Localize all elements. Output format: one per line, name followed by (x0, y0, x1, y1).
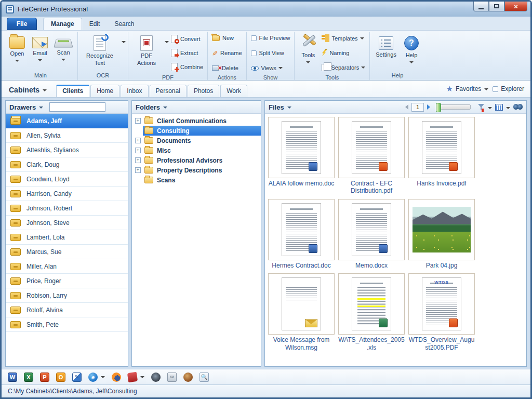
firefox-icon[interactable] (112, 373, 121, 382)
drawer-item[interactable]: Price, Roger (6, 274, 128, 288)
file-thumbnail[interactable]: WTDS (408, 273, 475, 335)
file-item[interactable]: WTDS WTDS_Overview_August2005.PDF (408, 273, 475, 351)
tab-edit[interactable]: Edit (82, 18, 108, 30)
folder-item[interactable]: + Consulting (135, 126, 261, 136)
delete-button[interactable]: Delete (212, 65, 242, 71)
drawer-search-input[interactable] (49, 102, 105, 112)
drawer-item[interactable]: Adams, Jeff (6, 114, 128, 128)
cabinet-tab[interactable]: Inbox (121, 85, 148, 97)
new-button[interactable]: New (212, 35, 242, 41)
cabinet-tab[interactable]: Home (90, 85, 119, 97)
folder-item[interactable]: + Client Communications (135, 116, 261, 126)
naming-button[interactable]: Naming (322, 49, 365, 56)
cabinet-tab[interactable]: Work (220, 85, 247, 97)
folder-item[interactable]: + Documents (135, 136, 261, 145)
acrobat-icon[interactable] (127, 371, 138, 382)
file-item[interactable]: WATS_Attendees_2005.xls (338, 273, 405, 351)
tools-button[interactable]: Tools (297, 33, 320, 63)
recognize-text-button[interactable]: Recognize Text (80, 33, 119, 67)
expand-plus-icon[interactable]: + (135, 157, 141, 163)
tab-file[interactable]: File (7, 18, 37, 30)
acrobat-dropdown-icon[interactable] (140, 376, 144, 378)
email-dropdown-icon[interactable] (38, 59, 42, 61)
expand-plus-icon[interactable]: + (135, 118, 141, 124)
open-button[interactable]: Open (6, 33, 29, 62)
favorites-dropdown-icon[interactable] (484, 88, 488, 90)
previous-page-icon[interactable] (405, 104, 408, 110)
cabinet-tab[interactable]: Personal (150, 85, 187, 97)
drawer-item[interactable]: Lambert, Lola (6, 230, 128, 245)
tools-dropdown-icon[interactable] (306, 61, 310, 63)
excel-icon[interactable]: X (24, 373, 33, 382)
folders-menu[interactable]: Folders (136, 103, 167, 111)
tab-search[interactable]: Search (107, 18, 141, 30)
file-thumbnail[interactable] (338, 273, 405, 335)
combine-button[interactable]: Combine (171, 63, 203, 71)
ie-dropdown-icon[interactable] (101, 376, 105, 378)
drawer-item[interactable]: Johnson, Steve (6, 216, 128, 230)
file-thumbnail[interactable] (408, 117, 475, 178)
next-page-icon[interactable] (427, 104, 430, 110)
settings-button[interactable]: Settings (372, 33, 400, 59)
folder-item[interactable]: + Scans (135, 175, 261, 185)
file-item[interactable]: Hermes Contract.doc (268, 199, 335, 269)
drawer-item[interactable]: Goodwin, Lloyd (6, 172, 128, 187)
explorer-checkbox[interactable] (493, 86, 498, 92)
drawer-item[interactable]: Atteshlis, Stylianos (6, 143, 128, 157)
minimize-button[interactable] (473, 2, 489, 11)
cabinets-dropdown-icon[interactable] (43, 89, 47, 91)
close-button[interactable]: × (504, 2, 527, 11)
templates-button[interactable]: Templates (322, 35, 365, 42)
file-thumbnail[interactable] (338, 117, 405, 178)
file-thumbnail[interactable] (408, 199, 475, 260)
pdf-actions-button[interactable]: PDF Actions (130, 33, 163, 67)
favorites-button[interactable]: Favorites (456, 85, 481, 92)
outlook-icon[interactable]: O (56, 373, 65, 382)
split-view-checkbox[interactable] (251, 50, 257, 56)
rename-button[interactable]: ✎ Rename (212, 49, 242, 57)
word-icon[interactable]: W (8, 373, 17, 382)
email-button[interactable]: Email (29, 33, 51, 61)
slider-thumb[interactable] (436, 103, 441, 112)
scan-dropdown-icon[interactable] (61, 59, 65, 61)
view-mode-icon[interactable] (495, 104, 503, 111)
convert-button[interactable]: Convert (171, 35, 203, 43)
views-dropdown-icon[interactable] (278, 67, 283, 69)
drawer-item[interactable]: Marcus, Sue (6, 245, 128, 259)
files-menu[interactable]: Files (269, 103, 291, 111)
folder-item[interactable]: + Misc (135, 145, 261, 155)
page-number-input[interactable] (411, 103, 424, 112)
drawer-item[interactable]: Smith, Pete (6, 317, 128, 332)
scan-button[interactable]: Scan (51, 33, 75, 61)
cabinet-tab[interactable]: Photos (188, 85, 219, 97)
separators-dropdown-icon[interactable] (361, 66, 365, 69)
separators-button[interactable]: Separators (322, 64, 365, 71)
pdf-actions-dropdown-icon[interactable] (165, 41, 169, 43)
drawer-item[interactable]: Allen, Sylvia (6, 128, 128, 143)
quick-app-icon[interactable] (183, 373, 193, 382)
drawer-item[interactable]: Miller, Alan (6, 259, 128, 274)
cabinet-tab[interactable]: Clients (56, 85, 89, 97)
file-thumbnail[interactable] (268, 199, 335, 260)
drawer-item[interactable]: Robison, Larry (6, 288, 128, 303)
view-mode-dropdown-icon[interactable] (506, 107, 510, 109)
expand-plus-icon[interactable]: + (135, 138, 141, 143)
file-preview-checkbox[interactable] (251, 35, 257, 41)
split-view-toggle[interactable]: Split View (251, 50, 290, 56)
search-binoculars-icon[interactable] (513, 104, 523, 110)
file-item[interactable]: Voice Message from Wilson.msg (268, 273, 335, 351)
filter-icon[interactable] (478, 104, 485, 111)
drawers-dropdown-icon[interactable] (39, 107, 43, 109)
drawers-menu[interactable]: Drawers (9, 103, 43, 111)
templates-dropdown-icon[interactable] (360, 37, 364, 39)
recognize-dropdown-icon[interactable] (122, 41, 126, 43)
internet-explorer-icon[interactable]: e (88, 373, 98, 382)
file-item[interactable]: Hanks Invoice.pdf (408, 117, 475, 195)
drawer-item[interactable]: Harrison, Candy (6, 187, 128, 201)
drawer-item[interactable]: Clark, Doug (6, 157, 128, 172)
expand-plus-icon[interactable]: + (135, 148, 141, 153)
file-item[interactable]: Contract - EFC Distribution.pdf (338, 117, 405, 195)
file-item[interactable]: Memo.docx (338, 199, 405, 269)
drawer-item[interactable]: Roloff, Alvina (6, 303, 128, 317)
file-thumbnail[interactable] (338, 199, 405, 260)
